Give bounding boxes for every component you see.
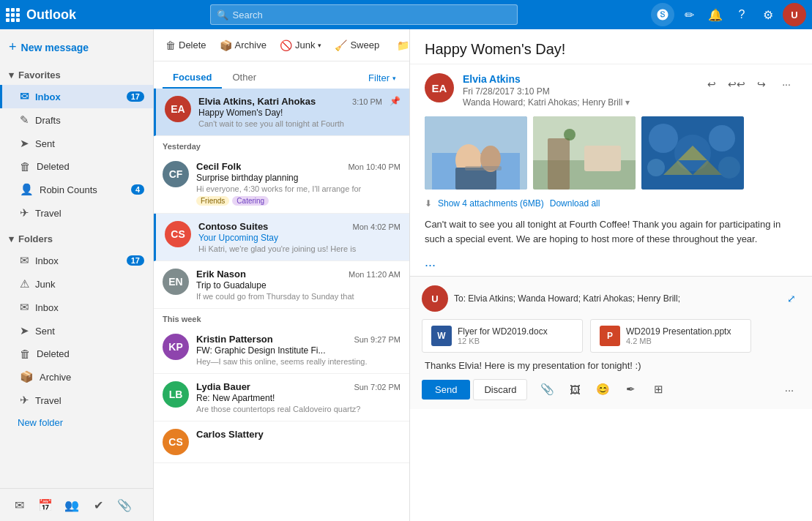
sidebar-item-deleted[interactable]: 🗑 Deleted <box>0 155 153 178</box>
filter-label: Filter <box>368 72 390 83</box>
attachment-1-name: Flyer for WD2019.docx <box>458 326 548 337</box>
download-all-link[interactable]: Download all <box>550 198 600 209</box>
send-button[interactable]: Send <box>422 380 470 400</box>
favorites-toggle[interactable]: ▾ Favorites <box>0 65 153 85</box>
junk-button[interactable]: 🚫 Junk ▾ <box>274 37 327 54</box>
more-reply-options-icon[interactable]: ··· <box>778 378 800 400</box>
email-list: 🗑 Delete 📦 Archive 🚫 Junk ▾ 🧹 Sweep 📁 Mo… <box>154 29 410 521</box>
email-image-2 <box>533 116 636 190</box>
email-attachments-row: ⬇ Show 4 attachments (6MB) Download all <box>410 198 812 214</box>
notifications-icon[interactable]: 🔔 <box>704 3 727 26</box>
app-grid-icon[interactable] <box>6 7 21 22</box>
sidebar-item-sent2[interactable]: ➤ Sent <box>0 319 153 342</box>
new-folder-button[interactable]: New folder <box>0 412 153 433</box>
reply-attachment-1[interactable]: W Flyer for WD2019.docx 12 KB <box>422 319 583 353</box>
inbox-badge: 17 <box>127 91 144 102</box>
search-input[interactable] <box>233 10 511 20</box>
sidebar-item-junk[interactable]: ⚠ Junk <box>0 272 153 296</box>
forward-icon[interactable]: ↪ <box>750 73 772 95</box>
travel-icon: ✈ <box>20 206 29 220</box>
show-attachments-link[interactable]: Show 4 attachments (6MB) <box>438 198 544 209</box>
email-item-6-content: Lydia Bauer Sun 7:02 PM Re: New Apartmen… <box>196 381 401 413</box>
tab-other[interactable]: Other <box>222 67 267 89</box>
reply-expand-button[interactable]: ⤢ <box>783 290 800 307</box>
sidebar-item-inbox3[interactable]: ✉ Inbox <box>0 296 153 319</box>
new-message-button[interactable]: + New message <box>0 32 153 62</box>
people-bottom-icon[interactable]: 👥 <box>62 495 82 515</box>
calendar-bottom-icon[interactable]: 📅 <box>35 495 56 515</box>
sidebar-item-sent[interactable]: ➤ Sent <box>0 132 153 155</box>
favorites-label: Favorites <box>18 70 61 80</box>
email-item-7[interactable]: CS Carlos Slattery <box>154 421 409 463</box>
attach-file-icon[interactable]: 📎 <box>536 378 558 400</box>
email-ellipsis[interactable]: ··· <box>410 255 812 276</box>
junk-btn-icon: 🚫 <box>280 40 292 51</box>
sidebar-item-drafts[interactable]: ✎ Drafts <box>0 108 153 132</box>
sidebar-item-inbox2[interactable]: ✉ Inbox 17 <box>0 249 153 272</box>
email-item-3[interactable]: CS Contoso Suites Mon 4:02 PM Your Upcom… <box>154 214 409 261</box>
chevron-down-icon: ▾ <box>9 70 14 80</box>
user-avatar[interactable]: U <box>783 3 806 26</box>
reply-all-icon[interactable]: ↩↩ <box>726 73 748 95</box>
expand-recipients-icon[interactable]: ▾ <box>625 97 630 108</box>
email-item-2-content: Cecil Folk Mon 10:40 PM Surprise birthda… <box>196 161 401 206</box>
email-body: Can't wait to see you all tonight at Fou… <box>410 214 812 255</box>
inking-icon[interactable]: ✏ <box>677 3 701 26</box>
email-item-6[interactable]: LB Lydia Bauer Sun 7:02 PM Re: New Apart… <box>154 374 409 421</box>
mail-bottom-icon[interactable]: ✉ <box>9 495 29 515</box>
email-item-4-from: Erik Nason <box>196 269 246 280</box>
email-item-2-time: Mon 10:40 PM <box>348 162 401 171</box>
email-item-4[interactable]: EN Erik Nason Mon 11:20 AM Trip to Guada… <box>154 261 409 309</box>
robin-counts-icon: 👤 <box>20 183 34 196</box>
email-item-2[interactable]: CF Cecil Folk Mon 10:40 PM Surprise birt… <box>154 154 409 214</box>
layout-icon[interactable]: ⊞ <box>647 378 669 400</box>
help-icon[interactable]: ? <box>730 3 753 26</box>
inbox3-label: Inbox <box>35 302 144 313</box>
emoji-icon[interactable]: 😊 <box>592 378 614 400</box>
sidebar-item-travel2[interactable]: ✈ Travel <box>0 389 153 412</box>
folders-toggle[interactable]: ▾ Folders <box>0 229 153 249</box>
archive-btn-icon: 📦 <box>220 40 232 51</box>
signature-icon[interactable]: ✒ <box>619 378 641 400</box>
folders-chevron-icon: ▾ <box>9 233 14 244</box>
svg-point-9 <box>564 129 576 140</box>
sidebar-item-inbox[interactable]: ✉ Inbox 17 <box>0 85 153 108</box>
viewer-to: Wanda Howard; Katri Ahokas; Henry Brill … <box>463 97 692 108</box>
deleted-icon: 🗑 <box>20 160 31 173</box>
notes-bottom-icon[interactable]: 📎 <box>114 495 135 515</box>
attachment-2-size: 4.2 MB <box>626 337 731 345</box>
email-item-5-time: Sun 9:27 PM <box>354 335 401 344</box>
viewer-date: Fri 7/28/2017 3:10 PM <box>463 86 692 97</box>
delete-button[interactable]: 🗑 Delete <box>160 37 212 54</box>
topbar: Outlook 🔍 ✏ 🔔 ? ⚙ U <box>0 0 812 29</box>
reply-attachment-2[interactable]: P WD2019 Presentation.pptx 4.2 MB <box>590 319 751 353</box>
email-item-1[interactable]: EA Elvia Atkins, Katri Ahokas 3:10 PM Ha… <box>154 89 409 136</box>
inbox3-icon: ✉ <box>20 301 29 314</box>
sweep-button[interactable]: 🧹 Sweep <box>329 37 385 54</box>
sidebar-item-robin-counts[interactable]: 👤 Robin Counts 4 <box>0 178 153 201</box>
archive-button[interactable]: 📦 Archive <box>214 37 272 54</box>
email-item-5-header: Kristin Patterson Sun 9:27 PM <box>196 334 401 345</box>
attachment-2-info: WD2019 Presentation.pptx 4.2 MB <box>626 326 731 345</box>
sidebar-item-deleted2[interactable]: 🗑 Deleted <box>0 342 153 365</box>
discard-button[interactable]: Discard <box>473 379 527 400</box>
move-to-button[interactable]: 📁 Move to ▾ <box>391 31 410 59</box>
avatar-carlos: CS <box>163 429 189 455</box>
more-actions-icon[interactable]: ··· <box>775 73 797 95</box>
svg-point-21 <box>718 157 740 179</box>
email-item-2-subject: Surprise birthday planning <box>196 173 401 183</box>
tasks-bottom-icon[interactable]: ✔ <box>88 495 108 515</box>
email-item-3-preview: Hi Katri, we're glad you're joining us! … <box>198 244 401 253</box>
skype-icon[interactable] <box>651 3 674 26</box>
insert-image-icon[interactable]: 🖼 <box>564 378 586 400</box>
junk-label: Junk <box>295 40 315 50</box>
sidebar-item-archive[interactable]: 📦 Archive <box>0 365 153 389</box>
filter-button[interactable]: Filter ▾ <box>364 70 401 86</box>
search-bar[interactable]: 🔍 <box>210 4 518 25</box>
email-item-1-subject: Happy Women's Day! <box>198 108 382 118</box>
email-item-5[interactable]: KP Kristin Patterson Sun 9:27 PM FW: Gra… <box>154 326 409 374</box>
reply-icon[interactable]: ↩ <box>701 73 723 95</box>
tab-focused[interactable]: Focused <box>163 67 222 89</box>
settings-icon[interactable]: ⚙ <box>756 3 780 26</box>
sidebar-item-travel[interactable]: ✈ Travel <box>0 201 153 225</box>
